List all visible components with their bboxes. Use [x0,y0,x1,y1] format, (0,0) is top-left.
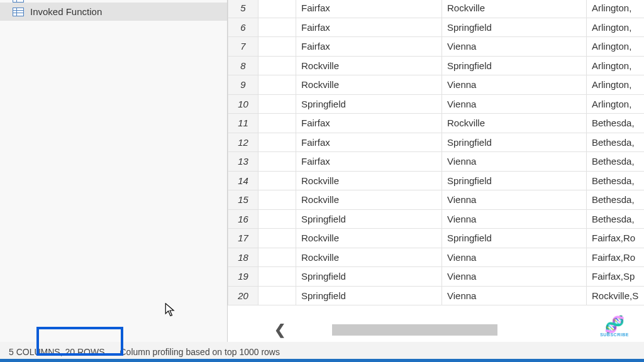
cell[interactable]: Fairfax [296,18,442,37]
cell[interactable] [258,286,296,305]
row-number[interactable]: 16 [228,209,258,229]
cell[interactable] [258,75,296,95]
cell[interactable]: Vienna [442,75,587,95]
cell[interactable]: Arlington, [587,0,645,18]
cell[interactable] [258,209,296,229]
cell[interactable] [258,267,296,287]
cell[interactable] [258,248,296,267]
row-number[interactable]: 8 [228,56,258,75]
row-number[interactable]: 20 [228,286,258,305]
row-number[interactable]: 18 [228,248,258,267]
table-row[interactable]: 8RockvilleSpringfieldArlington, [228,56,645,75]
table-row[interactable]: 9RockvilleViennaArlington, [228,75,645,95]
row-number[interactable]: 6 [228,18,258,37]
cell[interactable]: Bethesda, [587,209,645,229]
query-item-invoked-function[interactable]: Invoked Function [0,3,227,21]
cell[interactable]: Springfield [296,267,442,287]
row-number[interactable]: 5 [228,0,258,18]
table-row[interactable]: 16SpringfieldViennaBethesda, [228,209,645,229]
cell[interactable]: Fairfax [296,114,442,133]
cell[interactable] [258,56,296,75]
cell[interactable] [258,37,296,57]
scroll-track[interactable] [332,324,633,336]
cell[interactable] [258,114,296,133]
scroll-left-button[interactable]: ❮ [265,322,294,338]
cell[interactable] [258,171,296,190]
row-number[interactable]: 14 [228,171,258,190]
cell[interactable]: Arlington, [587,18,645,37]
cell[interactable]: Springfield [442,18,587,37]
cell[interactable]: Fairfax [296,37,442,57]
table-row[interactable]: 14RockvilleSpringfieldBethesda, [228,171,645,190]
cell[interactable]: Rockville [296,56,442,75]
cell[interactable]: Springfield [296,94,442,114]
cell[interactable] [258,94,296,114]
cell[interactable] [258,190,296,210]
status-profiling[interactable]: Column profiling based on top 1000 rows [119,347,280,357]
table-row[interactable]: 15RockvilleViennaBethesda, [228,190,645,210]
table-row[interactable]: 18RockvilleViennaFairfax,Ro [228,248,645,267]
cell[interactable]: Fairfax,Ro [587,229,645,248]
row-number[interactable]: 17 [228,229,258,248]
cell[interactable]: Rockville [296,75,442,95]
table-row[interactable]: 6FairfaxSpringfieldArlington, [228,18,645,37]
cell[interactable]: Bethesda, [587,133,645,152]
table-row[interactable]: 11FairfaxRockvilleBethesda, [228,114,645,133]
cell[interactable]: Rockville [296,190,442,210]
table-row[interactable]: 13FairfaxViennaBethesda, [228,152,645,172]
cell[interactable]: Fairfax,Ro [587,248,645,267]
cell[interactable]: Rockville [296,171,442,190]
cell[interactable]: Bethesda, [587,114,645,133]
cell[interactable]: Vienna [442,94,587,114]
table-row[interactable]: 20SpringfieldViennaRockville,S [228,286,645,305]
row-number[interactable]: 13 [228,152,258,172]
table-row[interactable]: 19SpringfieldViennaFairfax,Sp [228,267,645,287]
cell[interactable]: Rockville [442,114,587,133]
table-row[interactable]: 5FairfaxRockvilleArlington, [228,0,645,18]
cell[interactable]: Springfield [296,286,442,305]
cell[interactable]: Bethesda, [587,152,645,172]
cell[interactable]: Vienna [442,286,587,305]
table-row[interactable]: 7FairfaxViennaArlington, [228,37,645,57]
cell[interactable]: Fairfax,Sp [587,267,645,287]
horizontal-scrollbar[interactable]: ❮ [228,322,644,338]
cell[interactable]: Bethesda, [587,190,645,210]
cell[interactable]: Springfield [442,133,587,152]
row-number[interactable]: 11 [228,114,258,133]
cell[interactable]: Rockville,S [587,286,645,305]
row-number[interactable]: 15 [228,190,258,210]
cell[interactable]: Arlington, [587,94,645,114]
cell[interactable] [258,152,296,172]
cell[interactable]: Vienna [442,190,587,210]
cell[interactable]: Fairfax [296,133,442,152]
table-row[interactable]: 10SpringfieldViennaArlington, [228,94,645,114]
cell[interactable]: Vienna [442,152,587,172]
cell[interactable]: Arlington, [587,37,645,57]
cell[interactable] [258,133,296,152]
cell[interactable]: Vienna [442,248,587,267]
cell[interactable]: Springfield [296,209,442,229]
cell[interactable]: Arlington, [587,75,645,95]
cell[interactable]: Vienna [442,37,587,57]
cell[interactable]: Rockville [296,229,442,248]
row-number[interactable]: 10 [228,94,258,114]
cell[interactable]: Rockville [296,248,442,267]
cell[interactable] [258,18,296,37]
cell[interactable] [258,229,296,248]
row-number[interactable]: 12 [228,133,258,152]
cell[interactable]: Springfield [442,171,587,190]
cell[interactable]: Rockville [442,0,587,18]
table-row[interactable]: 12FairfaxSpringfieldBethesda, [228,133,645,152]
cell[interactable]: Fairfax [296,152,442,172]
cell[interactable]: Springfield [442,229,587,248]
scroll-thumb[interactable] [332,324,497,336]
cell[interactable]: Bethesda, [587,171,645,190]
data-grid[interactable]: 5FairfaxRockvilleArlington,6FairfaxSprin… [228,0,644,305]
row-number[interactable]: 7 [228,37,258,57]
cell[interactable] [258,0,296,18]
cell[interactable]: Springfield [442,56,587,75]
cell[interactable]: Vienna [442,267,587,287]
table-row[interactable]: 17RockvilleSpringfieldFairfax,Ro [228,229,645,248]
cell[interactable]: Vienna [442,209,587,229]
row-number[interactable]: 9 [228,75,258,95]
